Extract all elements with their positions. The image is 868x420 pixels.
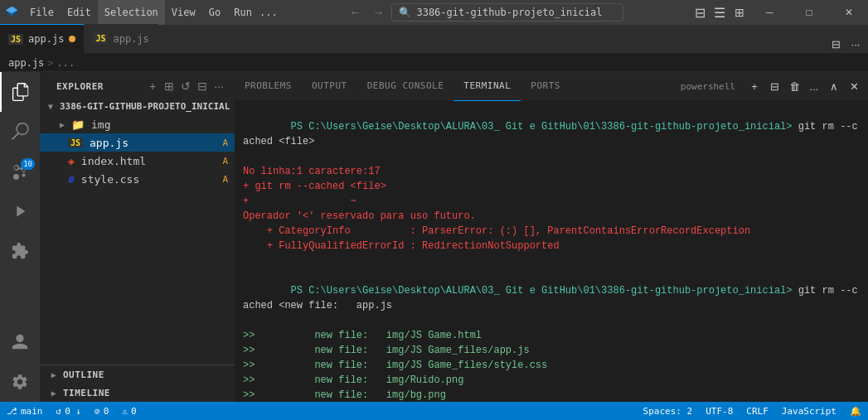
terminal-line-2: PS C:\Users\Geise\Desktop\ALURA\03_ Git …	[243, 268, 860, 328]
menu-run[interactable]: Run	[227, 0, 259, 25]
breadcrumb-file[interactable]: app.js	[8, 57, 44, 69]
new-terminal-button[interactable]: +	[745, 77, 764, 95]
search-bar[interactable]: 🔍 3386-git-github-projeto_inicial	[391, 3, 623, 22]
activity-bottom	[0, 322, 40, 402]
terminal-error-3: + ~	[243, 194, 860, 209]
main-content: 10 EXPLORER + ⊞ ↺ ⊟ ···	[0, 72, 868, 402]
menu-items: File Edit Selection View Go Run ...	[23, 0, 279, 25]
nav-back-button[interactable]: ←	[345, 2, 365, 22]
tab-output[interactable]: OUTPUT	[302, 72, 357, 101]
menu-go[interactable]: Go	[202, 0, 227, 25]
tree-indexhtml[interactable]: ◈ index.html A	[40, 152, 235, 170]
layout-grid-icon[interactable]: ⊞	[730, 3, 749, 22]
appjs-label: app.js	[90, 137, 129, 149]
refresh-button[interactable]: ↺	[178, 79, 193, 94]
terminal-error-6: + FullyQualifiedErrorId : RedirectionNot…	[243, 239, 860, 253]
tab-debug-console[interactable]: DEBUG CONSOLE	[357, 72, 454, 101]
tab-terminal[interactable]: TERMINAL	[453, 72, 521, 101]
status-warnings[interactable]: ⚠ 0	[115, 402, 143, 420]
prompt-text-1: PS C:\Users\Geise\Desktop\ALURA\03_ Git …	[291, 121, 798, 133]
tab-appjs-inactive[interactable]: JS app.js	[85, 24, 158, 53]
new-folder-button[interactable]: ⊞	[162, 79, 177, 94]
activity-search[interactable]	[0, 112, 40, 152]
split-editor-button[interactable]: ⊟	[827, 35, 845, 53]
timeline-label: TIMELINE	[63, 388, 110, 398]
activity-explorer[interactable]	[0, 72, 40, 112]
title-bar-center: ← → 🔍 3386-git-github-projeto_inicial	[279, 2, 691, 22]
tree-root-folder[interactable]: ▼ 3386-GIT-GITHUB-PROJETO_INICIAL	[40, 97, 235, 115]
tab-appjs-active[interactable]: JS app.js	[0, 24, 85, 53]
panel-more-button[interactable]: ...	[805, 77, 823, 95]
terminal-error-4: Operador '<' reservado para uso futuro.	[243, 209, 860, 224]
appjs-icon: JS	[68, 138, 83, 147]
sidebar-title: EXPLORER	[56, 81, 104, 92]
activity-bar: 10	[0, 72, 40, 402]
terminal-newfile-5: >> new file: img/bg.png	[243, 388, 860, 402]
menu-file[interactable]: File	[23, 0, 61, 25]
menu-more-button[interactable]: ...	[259, 0, 279, 25]
toggle-sidebar-icon[interactable]: ☰	[710, 3, 729, 22]
encoding-label: UTF-8	[706, 406, 733, 417]
kill-terminal-button[interactable]: 🗑	[785, 77, 803, 95]
menu-selection[interactable]: Selection	[98, 0, 165, 25]
source-control-badge: 10	[21, 158, 35, 170]
language-label: JavaScript	[782, 406, 836, 417]
status-encoding[interactable]: UTF-8	[699, 402, 739, 420]
tab-bar-right-actions: ⊟ ···	[827, 35, 868, 53]
outline-section-header[interactable]: ▶ OUTLINE	[40, 365, 235, 384]
tree-appjs[interactable]: JS app.js A	[40, 133, 235, 152]
tree-stylecss[interactable]: # style.css A	[40, 170, 235, 188]
panel-chevron-up[interactable]: ∧	[825, 77, 843, 95]
status-errors[interactable]: ⊘ 0	[88, 402, 115, 420]
editor-panel-area: PROBLEMS OUTPUT DEBUG CONSOLE TERMINAL P…	[235, 72, 868, 402]
status-spaces[interactable]: Spaces: 2	[637, 402, 700, 420]
activity-accounts[interactable]	[0, 322, 40, 362]
tab-bar: JS app.js JS app.js ⊟ ···	[0, 25, 868, 54]
app-icon	[3, 4, 20, 21]
terminal-area[interactable]: PS C:\Users\Geise\Desktop\ALURA\03_ Git …	[235, 101, 868, 402]
status-feedback[interactable]: 🔔	[843, 402, 868, 420]
title-bar: File Edit Selection View Go Run ... ← → …	[0, 0, 868, 25]
status-branch[interactable]: ⎇ main	[0, 402, 50, 420]
more-actions-button[interactable]: ···	[846, 35, 865, 53]
tab-label: app.js	[28, 33, 64, 45]
terminal-error-1: No linha:1 caractere:17	[243, 164, 860, 179]
sidebar: EXPLORER + ⊞ ↺ ⊟ ··· ▼ 3386-GIT-GITHUB-P…	[40, 72, 235, 402]
activity-source-control[interactable]: 10	[0, 152, 40, 191]
timeline-section-header[interactable]: ▶ TIMELINE	[40, 384, 235, 402]
tab-ports[interactable]: PORTS	[521, 72, 570, 101]
activity-settings[interactable]	[0, 362, 40, 402]
split-terminal-button[interactable]: ⊟	[765, 77, 783, 95]
search-text: 3386-git-github-projeto_inicial	[416, 7, 602, 18]
sync-count: 0 ↓	[65, 406, 81, 417]
status-sync[interactable]: ↺ 0 ↓	[50, 402, 89, 420]
breadcrumb-sep: >	[47, 57, 53, 69]
menu-view[interactable]: View	[165, 0, 202, 25]
img-folder-icon: 📁	[71, 118, 85, 131]
status-line-ending[interactable]: CRLF	[739, 402, 775, 420]
activity-extensions[interactable]	[0, 231, 40, 271]
title-bar-left: File Edit Selection View Go Run ...	[3, 0, 279, 25]
nav-forward-button[interactable]: →	[368, 2, 388, 22]
css-icon: #	[68, 173, 75, 186]
stylecss-modified: A	[222, 174, 235, 185]
layout-icon[interactable]: ⊟	[691, 3, 709, 22]
sync-icon: ↺	[56, 406, 62, 417]
terminal-newfile-1: >> new file: img/JS Game.html	[243, 328, 860, 343]
menu-edit[interactable]: Edit	[61, 0, 98, 25]
prompt-text-2: PS C:\Users\Geise\Desktop\ALURA\03_ Git …	[291, 285, 798, 297]
terminal-name: powershell	[672, 81, 744, 92]
tab-problems[interactable]: PROBLEMS	[235, 72, 302, 101]
activity-run[interactable]	[0, 191, 40, 231]
panel-close-button[interactable]: ✕	[845, 77, 863, 95]
outline-arrow-icon: ▶	[48, 370, 60, 379]
maximize-button[interactable]: □	[790, 0, 828, 25]
status-language[interactable]: JavaScript	[775, 402, 843, 420]
new-file-button[interactable]: +	[145, 79, 160, 94]
close-button[interactable]: ✕	[830, 0, 868, 25]
tree-img-folder[interactable]: ▶ 📁 img	[40, 115, 235, 133]
sidebar-more-button[interactable]: ···	[211, 79, 226, 94]
breadcrumb-path[interactable]: ...	[57, 57, 75, 69]
collapse-all-button[interactable]: ⊟	[195, 79, 210, 94]
minimize-button[interactable]: ─	[750, 0, 788, 25]
